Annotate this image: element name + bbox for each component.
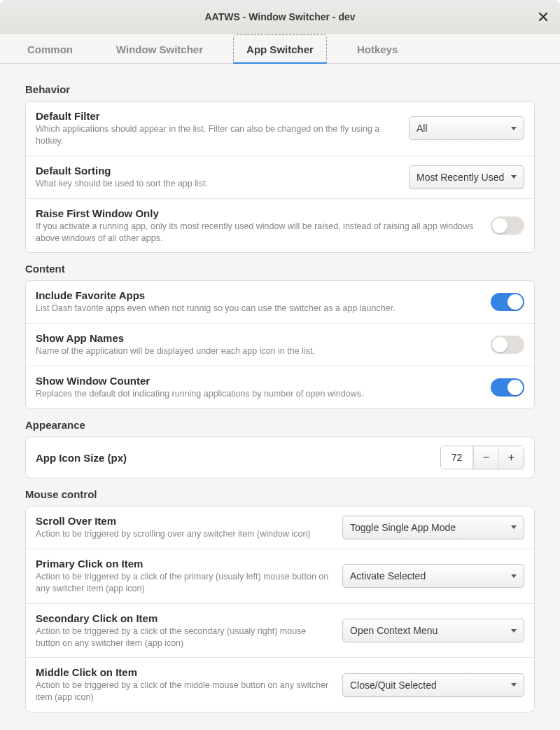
include-favorites-switch[interactable] [491, 293, 524, 311]
show-window-counter-switch[interactable] [491, 378, 524, 397]
row-desc: Action to be triggered by a click of the… [36, 626, 331, 649]
combo-value: Open Context Menu [350, 625, 438, 636]
row-text: Middle Click on Item Action to be trigge… [36, 666, 331, 703]
switch-knob [507, 294, 523, 310]
row-text: App Icon Size (px) [36, 452, 429, 464]
combo-value: Activate Selected [350, 570, 426, 581]
section-label-appearance: Appearance [25, 419, 535, 431]
row-text: Default Sorting What key should be used … [36, 165, 398, 190]
row-desc: Name of the application will be displaye… [36, 345, 479, 357]
row-text: Raise First Window Only If you activate … [36, 207, 479, 245]
row-text: Include Favorite Apps List Dash favorite… [36, 289, 479, 315]
row-title: Primary Click on Item [36, 558, 331, 570]
content-area: Behavior Default Filter Which applicatio… [0, 64, 560, 730]
row-secondary-click: Secondary Click on Item Action to be tri… [26, 603, 534, 658]
titlebar: AATWS - Window Switcher - dev [0, 0, 560, 34]
row-primary-click: Primary Click on Item Action to be trigg… [26, 549, 534, 603]
icon-size-spinner: 72 − + [440, 446, 524, 469]
row-desc: List Dash favorite apps even when not ru… [36, 303, 479, 315]
row-desc: Action to be triggered by a click of the… [36, 680, 331, 703]
row-desc: Action to be triggered by a click of the… [36, 571, 331, 595]
row-title: Show Window Counter [36, 375, 479, 387]
panel-mouse: Scroll Over Item Action to be triggered … [25, 506, 535, 712]
row-show-window-counter: Show Window Counter Replaces the default… [26, 366, 534, 408]
row-title: Default Sorting [36, 165, 398, 177]
tab-app-switcher[interactable]: App Switcher [233, 34, 327, 64]
tab-bar: Common Window Switcher App Switcher Hotk… [0, 34, 560, 64]
tab-hotkeys[interactable]: Hotkeys [344, 34, 411, 64]
combo-value: All [416, 123, 428, 134]
row-title: Include Favorite Apps [36, 289, 479, 301]
row-title: Show App Names [36, 332, 479, 344]
row-text: Show App Names Name of the application w… [36, 332, 479, 357]
panel-appearance: App Icon Size (px) 72 − + [25, 436, 535, 478]
default-filter-combo[interactable]: All [409, 116, 524, 140]
row-show-app-names: Show App Names Name of the application w… [26, 323, 534, 366]
row-title: Secondary Click on Item [36, 612, 331, 624]
chevron-down-icon [511, 683, 517, 687]
close-icon [539, 13, 547, 21]
scroll-action-combo[interactable]: Toggle Single App Mode [342, 516, 524, 539]
section-label-content: Content [25, 263, 535, 275]
window-title: AATWS - Window Switcher - dev [204, 11, 355, 22]
primary-click-combo[interactable]: Activate Selected [342, 564, 524, 588]
tab-window-switcher[interactable]: Window Switcher [103, 34, 216, 64]
row-text: Scroll Over Item Action to be triggered … [36, 515, 331, 540]
switch-knob [492, 218, 507, 233]
chevron-down-icon [511, 127, 517, 130]
row-desc: Replaces the default dot indicating runn… [36, 388, 479, 400]
row-text: Primary Click on Item Action to be trigg… [36, 558, 331, 595]
row-text: Default Filter Which applications should… [36, 110, 398, 147]
row-default-sorting: Default Sorting What key should be used … [26, 156, 534, 198]
row-scroll-over: Scroll Over Item Action to be triggered … [26, 507, 534, 549]
switch-knob [507, 380, 523, 395]
row-title: Middle Click on Item [36, 666, 331, 678]
secondary-click-combo[interactable]: Open Context Menu [342, 619, 524, 642]
chevron-down-icon [511, 629, 517, 633]
row-title: Scroll Over Item [36, 515, 331, 527]
row-desc: If you activate a running app, only its … [36, 221, 479, 245]
chevron-down-icon [511, 574, 517, 578]
row-raise-first: Raise First Window Only If you activate … [26, 198, 534, 253]
panel-content: Include Favorite Apps List Dash favorite… [25, 280, 535, 409]
show-app-names-switch[interactable] [491, 336, 524, 354]
row-title: App Icon Size (px) [36, 452, 429, 464]
section-label-mouse: Mouse control [25, 488, 535, 500]
raise-first-switch[interactable] [491, 216, 524, 235]
panel-behavior: Default Filter Which applications should… [25, 101, 535, 253]
row-title: Default Filter [36, 110, 398, 122]
icon-size-increment[interactable]: + [498, 446, 524, 469]
row-text: Show Window Counter Replaces the default… [36, 375, 479, 400]
default-sorting-combo[interactable]: Most Recently Used [409, 165, 524, 189]
combo-value: Close/Quit Selected [350, 680, 437, 691]
row-title: Raise First Window Only [36, 207, 479, 219]
icon-size-value[interactable]: 72 [441, 446, 473, 469]
row-middle-click: Middle Click on Item Action to be trigge… [26, 657, 534, 712]
close-button[interactable] [536, 10, 550, 24]
row-text: Secondary Click on Item Action to be tri… [36, 612, 331, 649]
row-include-favorites: Include Favorite Apps List Dash favorite… [26, 281, 534, 323]
chevron-down-icon [511, 525, 517, 529]
switch-knob [492, 337, 507, 352]
tab-common[interactable]: Common [14, 34, 86, 64]
section-label-behavior: Behavior [25, 83, 535, 95]
combo-value: Most Recently Used [416, 172, 504, 183]
middle-click-combo[interactable]: Close/Quit Selected [342, 673, 524, 697]
icon-size-decrement[interactable]: − [473, 446, 498, 469]
row-default-filter: Default Filter Which applications should… [26, 102, 534, 156]
row-icon-size: App Icon Size (px) 72 − + [26, 437, 534, 478]
combo-value: Toggle Single App Mode [350, 522, 456, 533]
preferences-window: AATWS - Window Switcher - dev Common Win… [0, 0, 560, 730]
row-desc: Action to be triggered by scrolling over… [36, 528, 331, 540]
chevron-down-icon [511, 175, 517, 179]
row-desc: What key should be used to sort the app … [36, 178, 398, 190]
row-desc: Which applications should appear in the … [36, 123, 398, 147]
